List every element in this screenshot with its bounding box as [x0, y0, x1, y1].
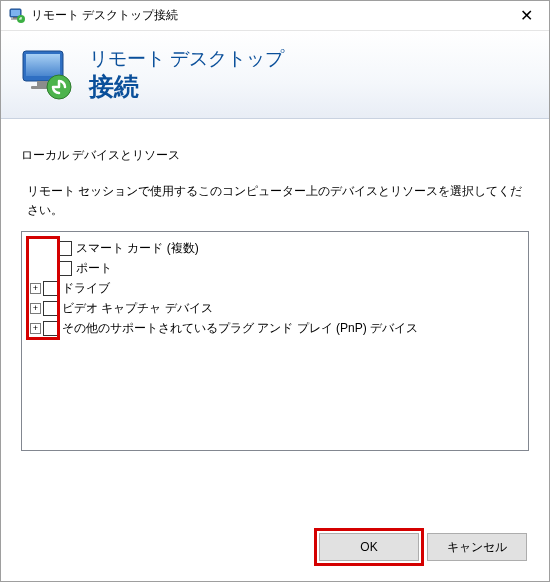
ok-button-label: OK	[360, 540, 377, 554]
tree-label: ポート	[75, 260, 112, 277]
header-titles: リモート デスクトップ 接続	[89, 48, 284, 101]
tree-item-drives[interactable]: + ドライブ	[26, 278, 524, 298]
checkbox-port[interactable]	[57, 261, 72, 276]
titlebar[interactable]: リモート デスクトップ接続 ✕	[1, 1, 549, 31]
tree-expander-icon[interactable]: +	[30, 303, 41, 314]
close-icon: ✕	[520, 6, 533, 25]
section-title: ローカル デバイスとリソース	[21, 147, 529, 164]
header-line-1: リモート デスクトップ	[89, 48, 284, 71]
header-banner: リモート デスクトップ 接続	[1, 31, 549, 119]
header-line-2: 接続	[89, 71, 284, 101]
device-tree[interactable]: スマート カード (複数) ポート + ドライブ + ビデオ キャプチャ デバイ…	[21, 231, 529, 451]
dialog-body: ローカル デバイスとリソース リモート セッションで使用するこのコンピューター上…	[1, 119, 549, 581]
dialog-window: リモート デスクトップ接続 ✕ リモート デ	[0, 0, 550, 582]
checkbox-video-capture[interactable]	[43, 301, 58, 316]
rdp-monitor-icon	[19, 47, 75, 103]
tree-label: スマート カード (複数)	[75, 240, 199, 257]
tree-item-video-capture[interactable]: + ビデオ キャプチャ デバイス	[26, 298, 524, 318]
button-row: OK キャンセル	[21, 519, 529, 567]
tree-expander-icon[interactable]: +	[30, 283, 41, 294]
close-button[interactable]: ✕	[504, 1, 549, 31]
tree-label: その他のサポートされているプラグ アンド プレイ (PnP) デバイス	[61, 320, 418, 337]
tree-item-pnp[interactable]: + その他のサポートされているプラグ アンド プレイ (PnP) デバイス	[26, 318, 524, 338]
instruction-text: リモート セッションで使用するこのコンピューター上のデバイスとリソースを選択して…	[27, 182, 525, 219]
tree-expander-placeholder	[44, 263, 55, 274]
tree-item-port[interactable]: ポート	[26, 258, 524, 278]
tree-label: ドライブ	[61, 280, 110, 297]
checkbox-smartcard[interactable]	[57, 241, 72, 256]
tree-item-smartcard[interactable]: スマート カード (複数)	[26, 238, 524, 258]
svg-rect-1	[11, 10, 20, 16]
tree-expander-icon[interactable]: +	[30, 323, 41, 334]
tree-label: ビデオ キャプチャ デバイス	[61, 300, 213, 317]
cancel-button-label: キャンセル	[447, 539, 507, 556]
checkbox-pnp[interactable]	[43, 321, 58, 336]
window-title: リモート デスクトップ接続	[31, 7, 504, 24]
svg-rect-6	[26, 54, 60, 76]
ok-button[interactable]: OK	[319, 533, 419, 561]
cancel-button[interactable]: キャンセル	[427, 533, 527, 561]
checkbox-drives[interactable]	[43, 281, 58, 296]
app-icon	[9, 8, 25, 24]
tree-expander-placeholder	[44, 243, 55, 254]
